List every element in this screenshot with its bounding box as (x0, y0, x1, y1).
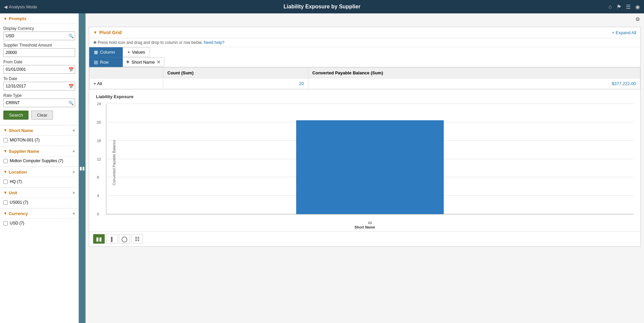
filter-title-short-name: Short Name (9, 128, 72, 133)
chart-y-tick: 8 (97, 175, 99, 179)
filter-items-currency: USD (7) (0, 219, 78, 229)
from-date-calendar-icon[interactable]: 📅 (68, 67, 74, 72)
display-currency-search-icon[interactable]: 🔍 (68, 34, 74, 39)
chart-gridline (106, 104, 634, 104)
pivot-grid-title-area: ▼ Pivot Grid (93, 30, 122, 35)
filter-checkbox-location[interactable] (3, 180, 8, 184)
pivot-grid-section: ▼ Pivot Grid + Expand All ✚ Press hold i… (89, 27, 641, 247)
display-currency-label: Display Currency (3, 26, 75, 31)
filter-toggle-short-name[interactable]: ▼ (3, 128, 7, 133)
filter-items-short-name: MIDTON-001 (7) (0, 136, 78, 146)
filter-toggle-supplier-name[interactable]: ▼ (3, 149, 7, 153)
rate-type-label: Rate Type (3, 93, 75, 98)
pivot-tabs: ▦ Column + Values ▤ Row ✚ Short (89, 47, 640, 67)
bar-chart-button[interactable]: ▮▮ (93, 234, 105, 244)
bar-chart-icon: ▮▮ (96, 236, 102, 242)
line-chart-button[interactable]: ∥ (106, 234, 117, 244)
values-plus-icon: + (127, 50, 130, 55)
pivot-tab-row-btn[interactable]: ▤ Row (89, 57, 123, 67)
back-arrow-icon: ◀ (4, 4, 7, 9)
chart-y-tick: 24 (97, 102, 101, 106)
table-chart-button[interactable]: ☷ (131, 234, 143, 244)
rate-type-input[interactable] (3, 99, 75, 107)
filter-add-supplier-name[interactable]: + (72, 148, 75, 154)
back-button[interactable]: ◀ Analysis Mode (4, 4, 37, 9)
filter-items-location: HQ (7) (0, 177, 78, 187)
filter-checkbox-unit[interactable] (3, 200, 8, 205)
from-date-label: From Date (3, 60, 75, 64)
display-currency-input[interactable] (3, 31, 75, 40)
from-date-group: From Date 📅 (3, 60, 75, 74)
supplier-threshold-group: Supplier Threshold Amount (3, 43, 75, 57)
chart-type-buttons: ▮▮ ∥ ◯ ☷ (89, 231, 640, 246)
table-cell-label: + All (90, 78, 163, 89)
display-currency-group: Display Currency 🔍 (3, 26, 75, 40)
row-tag-move-icon[interactable]: ✚ (126, 60, 129, 64)
display-currency-wrap: 🔍 (3, 31, 75, 40)
filter-add-location[interactable]: + (72, 169, 75, 175)
filter-add-currency[interactable]: + (72, 211, 75, 216)
to-date-input[interactable] (3, 82, 75, 90)
home-icon[interactable]: ⌂ (608, 4, 612, 10)
flag-icon[interactable]: ⚑ (616, 4, 621, 10)
settings-icon[interactable]: ⚙ (635, 16, 640, 22)
pivot-tab-values[interactable]: + Values (123, 47, 150, 57)
collapse-button[interactable]: ▮▮ (79, 13, 86, 323)
prompts-toggle[interactable]: ▼ (3, 16, 7, 21)
filter-toggle-currency[interactable]: ▼ (3, 211, 7, 216)
filter-section-short-name: ▼ Short Name + MIDTON-001 (7) (0, 125, 78, 146)
pivot-grid-toggle[interactable]: ▼ (93, 30, 97, 35)
filter-section-unit: ▼ Unit + US001 (7) (0, 187, 78, 208)
list-item: MIDTON-001 (7) (3, 138, 75, 142)
btn-row: Search Clear (3, 111, 75, 120)
to-date-calendar-icon[interactable]: 📅 (68, 84, 74, 89)
row-tag-close-icon[interactable]: ✕ (157, 59, 161, 65)
filter-toggle-unit[interactable]: ▼ (3, 190, 7, 195)
supplier-threshold-label: Supplier Threshold Amount (3, 43, 75, 48)
expand-all-button[interactable]: + Expand All (612, 30, 636, 35)
pivot-tab-row-row: ▤ Row ✚ Short Name ✕ (89, 57, 640, 67)
chart-y-tick: 12 (97, 157, 101, 161)
user-icon[interactable]: ◉ (635, 4, 640, 10)
filter-toggle-location[interactable]: ▼ (3, 170, 7, 174)
pivot-grid-header: ▼ Pivot Grid + Expand All (89, 27, 640, 38)
search-button[interactable]: Search (3, 111, 29, 120)
filter-sections: ▼ Short Name + MIDTON-001 (7) ▼ Supplier… (0, 125, 78, 229)
filter-section-header-supplier-name: ▼ Supplier Name + (0, 146, 78, 156)
table-chart-icon: ☷ (135, 236, 140, 242)
pie-chart-button[interactable]: ◯ (119, 234, 130, 244)
header: ◀ Analysis Mode Liability Exposure by Su… (0, 0, 644, 13)
rate-type-search-icon[interactable]: 🔍 (68, 101, 74, 106)
filter-section-header-currency: ▼ Currency + (0, 208, 78, 219)
prompts-area: Display Currency 🔍 Supplier Threshold Am… (0, 23, 78, 125)
supplier-threshold-wrap (3, 48, 75, 57)
filter-add-short-name[interactable]: + (72, 128, 75, 133)
filter-title-location: Location (9, 170, 72, 175)
from-date-input[interactable] (3, 65, 75, 74)
filter-title-unit: Unit (9, 190, 72, 195)
prompts-title: Prompts (9, 16, 75, 21)
row-tag-label: Short Name (131, 60, 155, 65)
filter-section-currency: ▼ Currency + USD (7) (0, 208, 78, 229)
menu-icon[interactable]: ☰ (626, 4, 631, 10)
filter-checkbox-short-name[interactable] (3, 138, 8, 142)
filter-items-unit: US001 (7) (0, 198, 78, 208)
table-row: + All 20 $377,222.00 (90, 78, 640, 89)
filter-title-currency: Currency (9, 211, 72, 216)
filter-add-unit[interactable]: + (72, 190, 75, 195)
list-item: US001 (7) (3, 200, 75, 205)
pivot-tab-column[interactable]: ▦ Column (89, 47, 123, 57)
chart-y-tick: 16 (97, 139, 101, 143)
filter-title-supplier-name: Supplier Name (9, 149, 72, 154)
supplier-threshold-input[interactable] (3, 48, 75, 57)
filter-checkbox-currency[interactable] (3, 221, 8, 225)
content-area: ⚙ ▼ Pivot Grid + Expand All ✚ Press hold… (86, 13, 644, 323)
filter-checkbox-supplier-name[interactable] (3, 159, 8, 163)
rate-type-wrap: 🔍 (3, 99, 75, 107)
clear-button[interactable]: Clear (31, 111, 53, 120)
pivot-help-text: ✚ Press hold icon and drag and drop to c… (89, 38, 640, 47)
chart-title: Liability Exposure (89, 93, 640, 101)
pivot-help-link[interactable]: Need help? (204, 40, 224, 45)
list-item: Midton Computer Supplies (7) (3, 158, 75, 163)
to-date-group: To Date 📅 (3, 76, 75, 90)
